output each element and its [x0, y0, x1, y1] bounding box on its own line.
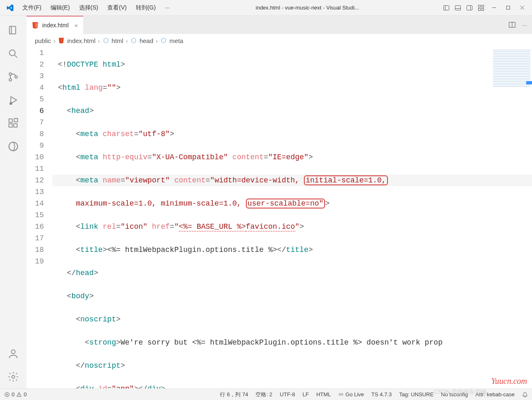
- split-editor-icon[interactable]: [508, 21, 516, 29]
- svg-marker-19: [11, 97, 17, 103]
- code-editor[interactable]: 12345678910111213141516171819 <!DOCTYPE …: [26, 47, 532, 388]
- line-gutter: 12345678910111213141516171819: [26, 47, 52, 388]
- svg-rect-4: [467, 5, 472, 10]
- explorer-icon[interactable]: [2, 19, 25, 42]
- tab-actions: ···: [503, 16, 532, 34]
- svg-rect-11: [506, 6, 510, 10]
- svg-rect-0: [444, 5, 449, 10]
- crumb-public[interactable]: public: [35, 37, 51, 44]
- status-cursor[interactable]: 行 6，列 74: [220, 391, 248, 398]
- status-ts[interactable]: TS 4.7.3: [371, 391, 392, 398]
- code-content[interactable]: <!DOCTYPE html> <html lang=""> <head> <m…: [52, 47, 532, 388]
- svg-rect-6: [479, 5, 481, 7]
- chevron-right-icon: ›: [156, 37, 158, 44]
- menu-select[interactable]: 选择(S): [75, 2, 103, 13]
- status-problems[interactable]: 0 0: [4, 391, 26, 398]
- status-bell-icon[interactable]: [522, 392, 528, 398]
- window-title: index.html - vue-music-next - Visual Stu…: [174, 5, 441, 11]
- crumb-html[interactable]: html: [112, 37, 123, 44]
- svg-point-34: [340, 394, 342, 395]
- menu-more[interactable]: ···: [161, 2, 174, 13]
- menu-go[interactable]: 转到(G): [132, 2, 160, 13]
- annotation-initial-scale: initial-scale=1.0,: [304, 175, 388, 185]
- tab-label: index.html: [42, 22, 69, 29]
- html5-icon: [58, 37, 65, 44]
- toggle-primary-sidebar-icon[interactable]: [441, 3, 452, 13]
- svg-point-27: [12, 376, 15, 378]
- tab-index-html[interactable]: index.html ×: [26, 16, 83, 34]
- svg-rect-2: [455, 5, 461, 10]
- customize-layout-icon[interactable]: [476, 3, 486, 13]
- menu-file[interactable]: 文件(F): [18, 2, 46, 13]
- extensions-icon[interactable]: [2, 112, 25, 135]
- status-encoding[interactable]: UTF-8: [280, 391, 295, 398]
- svg-point-17: [9, 79, 12, 81]
- crumb-meta[interactable]: meta: [169, 37, 183, 44]
- status-spaces[interactable]: 空格: 2: [255, 391, 272, 398]
- annotation-user-scalable: user-scalable=no": [246, 199, 325, 208]
- minimize-button[interactable]: [487, 2, 501, 14]
- chevron-right-icon: ›: [126, 37, 128, 44]
- menu-view[interactable]: 查看(V): [103, 2, 131, 13]
- symbol-icon: [160, 37, 167, 44]
- watermark: Yuucn.com: [491, 376, 527, 386]
- svg-point-16: [9, 73, 12, 75]
- crumb-file[interactable]: index.html: [67, 37, 95, 44]
- title-bar: 文件(F) 编辑(E) 选择(S) 查看(V) 转到(G) ··· index.…: [0, 0, 532, 16]
- status-golive[interactable]: Go Live: [338, 391, 364, 398]
- svg-point-26: [11, 350, 15, 354]
- svg-rect-9: [482, 8, 484, 10]
- maximize-button[interactable]: [501, 2, 515, 14]
- layout-controls: [441, 2, 529, 14]
- svg-rect-8: [479, 8, 481, 10]
- watermark: CSDN @前端杂货铺: [433, 388, 486, 396]
- run-debug-icon[interactable]: [2, 89, 25, 112]
- close-button[interactable]: [515, 2, 529, 14]
- source-control-icon[interactable]: [2, 65, 25, 89]
- svg-rect-22: [9, 124, 12, 127]
- editor-group: index.html × ··· public › index.html › h…: [26, 16, 532, 388]
- status-eol[interactable]: LF: [303, 391, 309, 398]
- svg-rect-21: [9, 119, 12, 122]
- crumb-head[interactable]: head: [140, 37, 153, 44]
- html5-icon: [31, 22, 39, 29]
- svg-point-20: [10, 103, 12, 105]
- search-icon[interactable]: [2, 42, 25, 65]
- svg-line-15: [15, 55, 17, 58]
- toggle-secondary-sidebar-icon[interactable]: [464, 3, 475, 13]
- svg-point-18: [15, 76, 17, 78]
- toggle-panel-icon[interactable]: [453, 3, 463, 13]
- symbol-icon: [103, 37, 109, 44]
- accounts-icon[interactable]: [2, 342, 25, 365]
- menu-edit[interactable]: 编辑(E): [46, 2, 74, 13]
- svg-point-14: [10, 50, 15, 56]
- status-tag[interactable]: Tag: UNSURE: [399, 391, 433, 398]
- svg-rect-7: [482, 5, 484, 7]
- overview-ruler[interactable]: [526, 47, 532, 388]
- menu-bar: 文件(F) 编辑(E) 选择(S) 查看(V) 转到(G) ···: [18, 2, 174, 13]
- activity-bar: [0, 16, 26, 388]
- more-actions-icon[interactable]: ···: [522, 22, 527, 28]
- svg-rect-23: [14, 124, 17, 127]
- svg-rect-24: [14, 118, 17, 122]
- vscode-logo-icon: [6, 4, 14, 12]
- main-area: index.html × ··· public › index.html › h…: [0, 16, 532, 388]
- settings-gear-icon[interactable]: [2, 365, 25, 388]
- chevron-right-icon: ›: [53, 37, 55, 44]
- minimap[interactable]: [493, 50, 530, 87]
- tab-bar: index.html × ···: [26, 16, 532, 34]
- chevron-right-icon: ›: [98, 37, 100, 44]
- tab-close-icon[interactable]: ×: [75, 22, 78, 29]
- breadcrumbs[interactable]: public › index.html › html › head › meta: [26, 34, 532, 47]
- status-language[interactable]: HTML: [316, 391, 331, 398]
- symbol-icon: [130, 37, 137, 44]
- edge-tools-icon[interactable]: [2, 135, 25, 158]
